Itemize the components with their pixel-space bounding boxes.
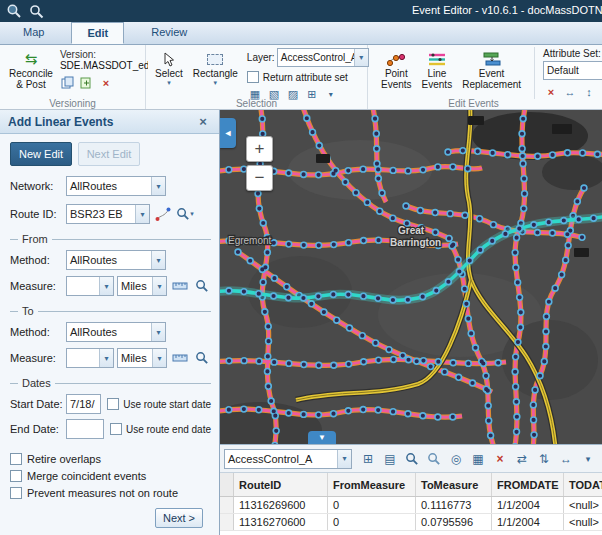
table-menu-icon[interactable]: ▤ xyxy=(380,450,400,468)
select-button[interactable]: Select ▾ xyxy=(150,47,188,88)
table-row[interactable]: 11316269600 0 0.1116773 1/1/2004 <null> xyxy=(220,497,602,514)
from-measure-select[interactable]: ▾ xyxy=(66,276,114,296)
use-route-end-date-checkbox[interactable] xyxy=(110,423,122,435)
select-label: Select xyxy=(155,68,183,79)
to-measure-select[interactable]: ▾ xyxy=(66,348,114,368)
row-selector[interactable] xyxy=(220,514,234,530)
column-header[interactable]: FROMDATE xyxy=(492,473,564,496)
titlebar: Event Editor - v10.6.1 - docMassDOTN xyxy=(0,0,602,22)
zoom-in-button[interactable]: + xyxy=(246,136,273,162)
close-icon[interactable]: × xyxy=(195,114,211,129)
route-id-select[interactable]: BSR23 EB ▾ xyxy=(66,204,150,224)
end-date-label: End Date: xyxy=(10,423,66,435)
pick-to-measure-icon[interactable] xyxy=(171,350,189,367)
cell-fromdate: 1/1/2004 xyxy=(492,497,564,513)
return-attribute-set-checkbox[interactable] xyxy=(247,71,259,83)
rectangle-button[interactable]: Rectangle ▾ xyxy=(188,47,243,88)
column-header[interactable]: FromMeasure xyxy=(328,473,416,496)
next-button[interactable]: Next > xyxy=(155,508,203,528)
globe-search-icon[interactable] xyxy=(5,2,23,20)
pick-from-measure-icon[interactable] xyxy=(171,278,189,295)
route-id-label: Route ID: xyxy=(10,208,66,220)
dropdown-caret-icon: ▾ xyxy=(152,349,166,367)
map-label-barrington: Barrington xyxy=(390,237,441,248)
point-events-label-2: Events xyxy=(381,79,412,90)
prevent-measures-checkbox[interactable] xyxy=(10,487,22,499)
zoom-out-button[interactable]: − xyxy=(246,165,273,191)
switch-selection-icon[interactable]: ⇄ xyxy=(512,450,532,468)
to-section-label: To xyxy=(22,305,34,317)
map-label-great: Great xyxy=(398,225,425,236)
zoom-to-all-icon[interactable] xyxy=(424,450,444,468)
line-events-label-2: Events xyxy=(422,79,453,90)
table-row[interactable]: 11316270600 0 0.0795596 1/1/2004 <null> xyxy=(220,514,602,531)
tab-edit[interactable]: Edit xyxy=(71,22,124,44)
collapse-table-button[interactable]: ▼ xyxy=(308,431,336,444)
retire-overlaps-checkbox[interactable] xyxy=(10,453,22,465)
clear-selection-icon[interactable]: × xyxy=(490,450,510,468)
select-records-icon[interactable]: ▦ xyxy=(468,450,488,468)
end-date-input[interactable] xyxy=(66,419,104,439)
column-header[interactable]: ToMeasure xyxy=(416,473,492,496)
search-icon[interactable] xyxy=(27,2,45,20)
map-canvas[interactable]: Egremont Great Barrington ◄ + − ▼ xyxy=(220,110,602,444)
zoom-to-route-icon[interactable]: ▾ xyxy=(176,206,194,223)
event-layer-select[interactable]: AccessControl_A ▾ xyxy=(224,449,352,469)
dropdown-caret-icon: ▾ xyxy=(152,277,166,295)
go-to-measure-icon[interactable]: ↔ xyxy=(556,450,576,468)
column-header[interactable]: RouteID xyxy=(234,473,328,496)
table-body: 11316269600 0 0.1116773 1/1/2004 <null> … xyxy=(220,497,602,535)
event-replacement-button[interactable]: Event Replacement xyxy=(457,47,526,92)
line-events-button[interactable]: Line Events xyxy=(417,47,458,92)
zoom-caret-icon: ▾ xyxy=(190,210,194,218)
zoom-to-to-measure-icon[interactable] xyxy=(193,350,211,367)
collapse-panel-button[interactable]: ◄ xyxy=(220,118,236,148)
pick-route-on-map-icon[interactable] xyxy=(154,206,172,223)
layer-select[interactable]: AccessControl_A ▾ xyxy=(277,48,369,67)
attribute-set-select[interactable]: Default ▾ xyxy=(543,61,602,80)
event-replacement-icon xyxy=(482,51,502,67)
use-route-start-date-checkbox[interactable] xyxy=(107,398,119,410)
tab-map[interactable]: Map xyxy=(8,22,59,44)
delete-version-icon[interactable]: × xyxy=(98,75,114,90)
group-label-versioning: Versioning xyxy=(0,98,145,109)
network-select[interactable]: AllRoutes ▾ xyxy=(66,176,166,196)
new-edit-button[interactable]: New Edit xyxy=(10,142,72,166)
offset-horizontal-icon[interactable]: ↔ xyxy=(562,84,578,99)
to-method-select[interactable]: AllRoutes ▾ xyxy=(66,322,166,342)
to-method-label: Method: xyxy=(10,326,66,338)
clear-attribute-icon[interactable]: × xyxy=(543,84,559,99)
row-selector[interactable] xyxy=(220,497,234,513)
zoom-to-selected-icon[interactable] xyxy=(402,450,422,468)
add-linear-events-panel: Add Linear Events × New Edit Next Edit N… xyxy=(0,110,220,535)
copy-version-icon[interactable] xyxy=(60,75,76,90)
point-events-button[interactable]: Point Events xyxy=(376,47,417,92)
use-route-end-date-label: Use route end date xyxy=(126,424,211,435)
cell-tomeasure: 0.1116773 xyxy=(416,497,492,513)
version-label: Version: xyxy=(60,49,148,60)
merge-coincident-events-checkbox[interactable] xyxy=(10,470,22,482)
offset-vertical-icon[interactable]: ↕ xyxy=(581,84,597,99)
merge-coincident-events-label: Merge coincident events xyxy=(27,470,146,482)
rectangle-caret-icon: ▾ xyxy=(214,79,218,86)
cursor-icon xyxy=(162,51,175,67)
sort-ascending-icon[interactable]: ⇅ xyxy=(534,450,554,468)
column-header[interactable]: TODATE xyxy=(564,473,602,496)
from-method-select[interactable]: AllRoutes ▾ xyxy=(66,250,166,270)
from-measure-unit-select[interactable]: Miles ▾ xyxy=(117,276,167,296)
open-attribute-table-icon[interactable]: ⊞ xyxy=(358,450,378,468)
cell-tomeasure: 0.0795596 xyxy=(416,514,492,530)
tab-review[interactable]: Review xyxy=(136,22,202,44)
dropdown-caret-icon: ▾ xyxy=(337,450,351,468)
toolbar-more-icon[interactable]: ▾ xyxy=(578,450,598,468)
ribbon-tabs: Map Edit Review xyxy=(0,22,602,45)
zoom-to-from-measure-icon[interactable] xyxy=(193,278,211,295)
next-edit-button[interactable]: Next Edit xyxy=(78,142,140,166)
start-date-input[interactable]: 7/18/ xyxy=(66,394,101,414)
to-measure-unit-select[interactable]: Miles ▾ xyxy=(117,348,167,368)
reconcile-post-button[interactable]: ⇆ Reconcile & Post xyxy=(4,47,58,92)
dropdown-caret-icon: ▾ xyxy=(151,177,165,195)
refresh-version-icon[interactable] xyxy=(79,75,95,90)
dropdown-caret-icon: ▾ xyxy=(99,277,113,295)
pan-to-selected-icon[interactable]: ◎ xyxy=(446,450,466,468)
